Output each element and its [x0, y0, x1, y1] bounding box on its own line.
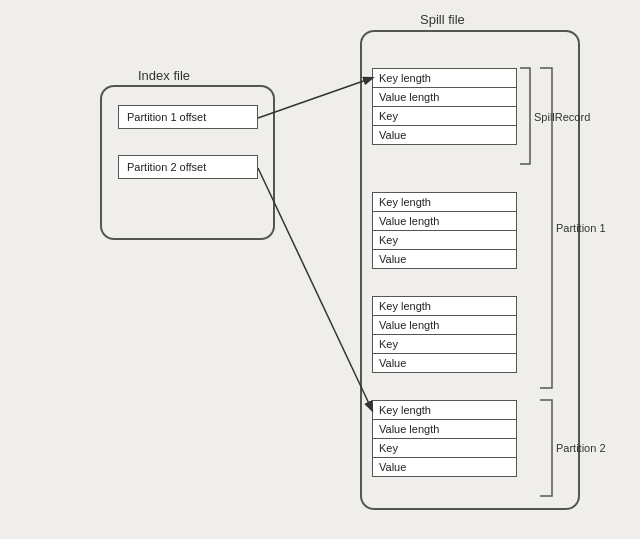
- block4-row3: Key: [373, 439, 516, 458]
- block3-row3: Key: [373, 335, 516, 354]
- block1-row4: Value: [373, 126, 516, 144]
- block1-row3: Key: [373, 107, 516, 126]
- block3-row1: Key length: [373, 297, 516, 316]
- index-file-label: Index file: [138, 68, 190, 83]
- record-block-4: Key length Value length Key Value: [372, 400, 517, 477]
- block2-row1: Key length: [373, 193, 516, 212]
- record-block-2: Key length Value length Key Value: [372, 192, 517, 269]
- diagram-container: Spill file Index file Partition 1 offset…: [0, 0, 640, 539]
- block4-row4: Value: [373, 458, 516, 476]
- block1-row2: Value length: [373, 88, 516, 107]
- block4-row2: Value length: [373, 420, 516, 439]
- spill-file-label: Spill file: [420, 12, 465, 27]
- record-block-3: Key length Value length Key Value: [372, 296, 517, 373]
- partition1-offset-label: Partition 1 offset: [127, 111, 206, 123]
- partition2-offset-box: Partition 2 offset: [118, 155, 258, 179]
- partition2-offset-label: Partition 2 offset: [127, 161, 206, 173]
- block1-row1: Key length: [373, 69, 516, 88]
- block3-row2: Value length: [373, 316, 516, 335]
- svg-line-0: [258, 78, 372, 118]
- record-block-1: Key length Value length Key Value: [372, 68, 517, 145]
- svg-line-1: [258, 168, 372, 410]
- block2-row2: Value length: [373, 212, 516, 231]
- block4-row1: Key length: [373, 401, 516, 420]
- block2-row3: Key: [373, 231, 516, 250]
- block2-row4: Value: [373, 250, 516, 268]
- block3-row4: Value: [373, 354, 516, 372]
- partition1-offset-box: Partition 1 offset: [118, 105, 258, 129]
